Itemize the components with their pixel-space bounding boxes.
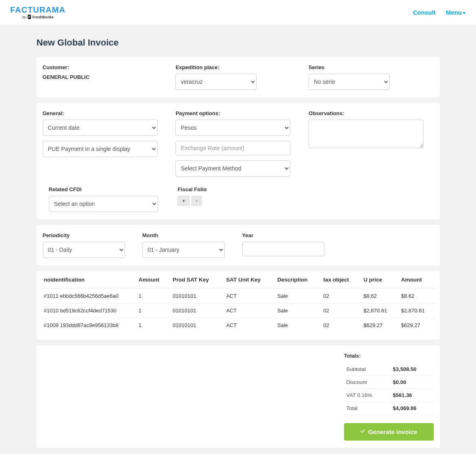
- date-select[interactable]: Current date: [43, 120, 158, 136]
- observations-label: Observations:: [309, 110, 434, 116]
- observations-textarea[interactable]: [309, 120, 423, 148]
- cell-amount: $8.62: [398, 289, 435, 303]
- month-select[interactable]: 01 - January: [143, 242, 225, 258]
- check-icon: [360, 428, 366, 435]
- table-row: #1010 bd519c62ccf4ded71530101010101ACTSa…: [41, 303, 436, 318]
- cell-satunit: ACT: [223, 289, 274, 303]
- cell-uprice: $629.27: [360, 318, 398, 333]
- fiscal-folio-add-button[interactable]: +: [178, 196, 190, 206]
- cell-prodsat: 01010101: [169, 303, 223, 318]
- card-period: Periodicity 01 - Daily Month 01 - Januar…: [37, 225, 440, 265]
- col-u-price: U price: [360, 271, 398, 289]
- related-cfdi-select[interactable]: Select an option: [49, 196, 158, 212]
- cell-noid: #1009 193ddd87ac9e956133b8: [41, 318, 136, 333]
- col-prod-sat: Prod SAT Key: [169, 271, 223, 289]
- periodicity-select[interactable]: 01 - Daily: [43, 242, 125, 258]
- brand-subtitle: by F FreshBooks: [22, 15, 53, 19]
- payment-method-select[interactable]: Select Payment Method: [175, 160, 290, 177]
- col-tax-object: tax object: [320, 271, 360, 289]
- subtotal-label: Subtotal: [344, 363, 390, 376]
- table-row: #1009 193ddd87ac9e956133b8101010101ACTSa…: [41, 318, 436, 333]
- col-amount: Amount: [398, 271, 435, 289]
- related-cfdi-label: Related CFDI: [49, 186, 168, 192]
- cell-prodsat: 01010101: [169, 289, 223, 303]
- cell-desc: Sale: [274, 318, 320, 333]
- items-table: noidentification Amount Prod SAT Key SAT…: [41, 271, 436, 332]
- year-input[interactable]: [242, 242, 325, 256]
- year-label: Year: [242, 232, 334, 238]
- cell-noid: #1011 ebbdc566b4256d5ae6a0: [41, 289, 136, 303]
- totals-table: Subtotal $3,508.50 Discount $0.00 VAT 0.…: [344, 363, 434, 415]
- payment-form-select[interactable]: PUE Payment in a single display: [43, 141, 158, 157]
- currency-select[interactable]: Pesos: [175, 120, 290, 136]
- cell-noid: #1010 bd519c62ccf4ded71530: [41, 303, 136, 318]
- exchange-rate-input[interactable]: [175, 141, 290, 155]
- card-options: General: Current date PUE Payment in a s…: [37, 103, 440, 219]
- cell-desc: Sale: [274, 289, 320, 303]
- page-title: New Global Invoice: [37, 37, 440, 48]
- cell-uprice: $2,870.61: [360, 303, 398, 318]
- freshbooks-badge: F: [28, 15, 31, 19]
- month-label: Month: [143, 232, 234, 238]
- vat-label: VAT 0.16%: [344, 389, 390, 402]
- fiscal-folio-remove-button[interactable]: -: [191, 196, 202, 206]
- card-header-info: Customer: GENERAL PUBLIC Expedition plac…: [37, 57, 440, 97]
- cell-amount: $2,870.61: [398, 303, 435, 318]
- brand-freshbooks: FreshBooks: [32, 15, 53, 19]
- items-header-row: noidentification Amount Prod SAT Key SAT…: [41, 271, 436, 289]
- col-sat-unit: SAT Unit Key: [223, 271, 274, 289]
- generate-invoice-button[interactable]: Generate invoice: [344, 423, 434, 441]
- card-totals: Totals: Subtotal $3,508.50 Discount $0.0…: [37, 345, 440, 448]
- col-amount-qty: Amount: [135, 271, 169, 289]
- nav-menu-dropdown[interactable]: Menu: [446, 9, 466, 16]
- vat-value: $561.36: [390, 389, 434, 402]
- totals-title: Totals:: [344, 353, 434, 359]
- cell-desc: Sale: [274, 303, 320, 318]
- cell-taxobj: 02: [320, 318, 360, 333]
- periodicity-label: Periodicity: [43, 232, 134, 238]
- generate-invoice-label: Generate invoice: [368, 428, 417, 435]
- general-label: General:: [43, 110, 168, 116]
- discount-value: $0.00: [390, 376, 434, 389]
- payment-options-label: Payment options:: [175, 110, 301, 116]
- cell-qty: 1: [135, 318, 169, 333]
- cell-uprice: $8.62: [360, 289, 398, 303]
- discount-label: Discount: [344, 376, 390, 389]
- series-select[interactable]: No serie: [309, 74, 390, 90]
- cell-qty: 1: [135, 303, 169, 318]
- nav-links: Consult Menu: [413, 9, 466, 16]
- col-description: Description: [274, 271, 320, 289]
- nav-consult-link[interactable]: Consult: [413, 9, 436, 16]
- fiscal-folio-label: Fiscal Folio: [178, 186, 301, 192]
- card-items: noidentification Amount Prod SAT Key SAT…: [37, 271, 440, 340]
- col-noidentification: noidentification: [41, 271, 136, 289]
- series-label: Series: [309, 64, 434, 70]
- total-label: Total: [344, 402, 390, 415]
- table-row: #1011 ebbdc566b4256d5ae6a0101010101ACTSa…: [41, 289, 436, 303]
- cell-qty: 1: [135, 289, 169, 303]
- chevron-down-icon: [463, 12, 466, 14]
- nav-menu-label: Menu: [446, 9, 462, 16]
- brand-by: by: [22, 15, 26, 19]
- expedition-select[interactable]: veracruz: [175, 74, 257, 90]
- subtotal-value: $3,508.50: [390, 363, 434, 376]
- cell-taxobj: 02: [320, 289, 360, 303]
- total-value: $4,069.86: [390, 402, 434, 415]
- cell-taxobj: 02: [320, 303, 360, 318]
- brand: FACTURAMA by F FreshBooks: [10, 6, 66, 19]
- brand-logo: FACTURAMA: [10, 6, 66, 14]
- expedition-label: Expedition place:: [175, 64, 301, 70]
- customer-label: Customer:: [43, 64, 168, 70]
- cell-prodsat: 01010101: [169, 318, 223, 333]
- cell-satunit: ACT: [223, 303, 274, 318]
- navbar: FACTURAMA by F FreshBooks Consult Menu: [0, 0, 476, 25]
- cell-satunit: ACT: [223, 318, 274, 333]
- customer-value: GENERAL PUBLIC: [43, 74, 90, 80]
- cell-amount: $629.27: [398, 318, 435, 333]
